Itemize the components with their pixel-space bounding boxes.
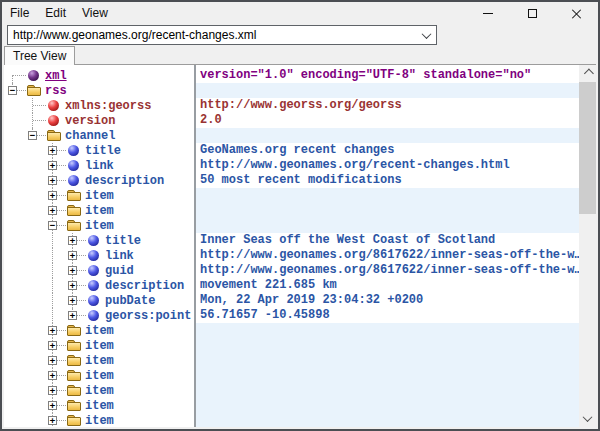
tree-node-item[interactable]: +item (4, 188, 194, 203)
tree-node-item[interactable]: +item (4, 368, 194, 383)
tree-node-description[interactable]: +description (4, 173, 194, 188)
value-row[interactable]: 50 most recent modifications (196, 173, 596, 188)
menu-file[interactable]: File (2, 3, 37, 23)
expand-icon[interactable]: + (48, 356, 57, 365)
tree-node-title[interactable]: +title (4, 143, 194, 158)
expand-icon[interactable]: + (48, 326, 57, 335)
expand-icon[interactable]: + (68, 251, 77, 260)
tree-guide (6, 128, 26, 143)
tree-guide: + (46, 398, 66, 413)
minimize-button[interactable] (466, 2, 510, 24)
close-icon (571, 8, 582, 19)
scroll-up-button[interactable] (579, 65, 596, 82)
maximize-button[interactable] (510, 2, 554, 24)
tree-node-xml[interactable]: xml (4, 68, 194, 83)
value-row[interactable]: 56.71657 -10.45898 (196, 308, 596, 323)
expand-icon[interactable]: + (48, 401, 57, 410)
tree-node-item[interactable]: +item (4, 203, 194, 218)
collapse-icon[interactable]: − (28, 131, 37, 140)
menu-edit[interactable]: Edit (37, 3, 74, 23)
tree-node-xmlns:georss[interactable]: xmlns:georss (4, 98, 194, 113)
tree-node-label: item (83, 354, 114, 368)
combobox-dropdown-button[interactable] (417, 26, 436, 44)
tree-node-title[interactable]: +title (4, 233, 194, 248)
value-row[interactable]: movement 221.685 km (196, 278, 596, 293)
expand-icon[interactable]: + (48, 371, 57, 380)
scroll-down-button[interactable] (579, 410, 596, 427)
expand-icon[interactable]: + (48, 146, 57, 155)
value-row[interactable]: http://www.geonames.org/8617622/inner-se… (196, 263, 596, 278)
minimize-icon (483, 13, 493, 14)
tree-guide: + (46, 323, 66, 338)
tree-guide: + (46, 353, 66, 368)
tree-node-rss[interactable]: −rss (4, 83, 194, 98)
tab-tree-view[interactable]: Tree View (4, 46, 75, 65)
tree-node-description[interactable]: +description (4, 278, 194, 293)
expand-icon[interactable]: + (68, 296, 77, 305)
tree-guide (26, 188, 46, 203)
tree-node-item[interactable]: −item (4, 218, 194, 233)
value-rows: version="1.0" encoding="UTF-8" standalon… (196, 68, 596, 427)
tree-guide (26, 323, 46, 338)
url-combobox[interactable] (7, 25, 437, 45)
close-button[interactable] (554, 2, 598, 24)
tree-node-label: georss:point (103, 309, 191, 323)
tree-guide (6, 323, 26, 338)
value-row[interactable]: version="1.0" encoding="UTF-8" standalon… (196, 68, 596, 83)
url-input[interactable] (8, 27, 417, 43)
expand-icon[interactable]: + (48, 161, 57, 170)
expand-icon[interactable]: + (68, 281, 77, 290)
tree-guide: + (66, 263, 86, 278)
tree-guide (6, 293, 26, 308)
content-area: xml−rssxmlns:georssversion−channel+title… (4, 64, 596, 427)
menu-bar: FileEditView (2, 2, 598, 24)
collapse-icon[interactable]: − (48, 221, 57, 230)
tree-node-link[interactable]: +link (4, 158, 194, 173)
expand-icon[interactable]: + (68, 311, 77, 320)
expand-icon[interactable]: + (68, 266, 77, 275)
value-panel: version="1.0" encoding="UTF-8" standalon… (196, 65, 596, 427)
expand-icon[interactable]: + (68, 236, 77, 245)
value-row[interactable]: GeoNames.org recent changes (196, 143, 596, 158)
tree-node-pubDate[interactable]: +pubDate (4, 293, 194, 308)
expand-icon[interactable]: + (48, 341, 57, 350)
vertical-scrollbar[interactable] (579, 65, 596, 427)
tree-node-georss:point[interactable]: +georss:point (4, 308, 194, 323)
expand-icon[interactable]: + (48, 386, 57, 395)
tree-node-item[interactable]: +item (4, 398, 194, 413)
expand-icon[interactable]: + (48, 416, 57, 425)
tree-guide: + (66, 278, 86, 293)
tree-guide (26, 413, 46, 427)
expand-icon[interactable]: + (48, 191, 57, 200)
tree-node-item[interactable]: +item (4, 413, 194, 427)
tree-node-label: item (83, 369, 114, 383)
tree-node-channel[interactable]: −channel (4, 128, 194, 143)
value-row[interactable]: 2.0 (196, 113, 596, 128)
element-icon (86, 278, 103, 293)
expand-icon[interactable]: + (48, 176, 57, 185)
tree-node-item[interactable]: +item (4, 353, 194, 368)
menu-items-container: FileEditView (2, 6, 116, 20)
element-icon (66, 143, 83, 158)
tree-node-item[interactable]: +item (4, 323, 194, 338)
folder-icon (66, 353, 83, 368)
tree-guide: + (66, 308, 86, 323)
scrollbar-thumb[interactable] (579, 82, 596, 214)
tree-node-item[interactable]: +item (4, 338, 194, 353)
tree-node-item[interactable]: +item (4, 383, 194, 398)
tree-node-guid[interactable]: +guid (4, 263, 194, 278)
value-row[interactable]: http://www.georss.org/georss (196, 98, 596, 113)
value-row[interactable]: http://www.geonames.org/8617622/inner-se… (196, 248, 596, 263)
collapse-icon[interactable]: − (8, 86, 17, 95)
tree-node-version[interactable]: version (4, 113, 194, 128)
tree-guide (26, 248, 46, 263)
element-icon (86, 263, 103, 278)
tree-guide (26, 263, 46, 278)
value-row[interactable]: http://www.geonames.org/recent-changes.h… (196, 158, 596, 173)
menu-view[interactable]: View (74, 3, 116, 23)
expand-icon[interactable]: + (48, 206, 57, 215)
tree-node-link[interactable]: +link (4, 248, 194, 263)
tree-node-label: xml (43, 69, 67, 83)
value-row[interactable]: Mon, 22 Apr 2019 23:04:32 +0200 (196, 293, 596, 308)
value-row[interactable]: Inner Seas off the West Coast of Scotlan… (196, 233, 596, 248)
